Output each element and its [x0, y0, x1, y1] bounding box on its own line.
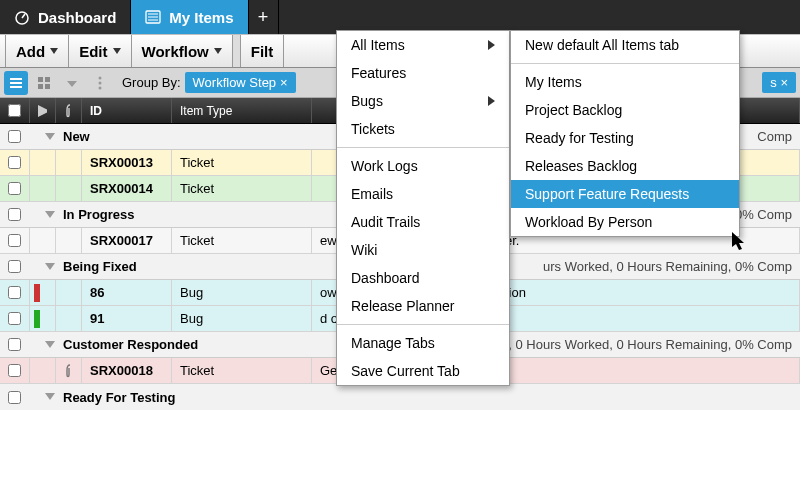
select-all-checkbox[interactable] [8, 104, 21, 117]
menu-item-release[interactable]: Release Planner [337, 292, 509, 320]
menu-item-support-feature-requests[interactable]: Support Feature Requests [511, 180, 739, 208]
svg-marker-24 [45, 341, 55, 348]
menu-item-emails[interactable]: Emails [337, 180, 509, 208]
menu-item-releases-backlog[interactable]: Releases Backlog [511, 152, 739, 180]
flag-column[interactable] [30, 98, 56, 123]
tab-dashboard[interactable]: Dashboard [0, 0, 131, 34]
type-column[interactable]: Item Type [172, 98, 312, 123]
collapse-icon[interactable] [43, 208, 57, 222]
row-checkbox[interactable] [8, 156, 21, 169]
svg-rect-14 [38, 84, 43, 89]
svg-marker-28 [732, 232, 744, 250]
svg-marker-25 [45, 393, 55, 400]
menu-item-manage-tabs[interactable]: Manage Tabs [337, 329, 509, 357]
svg-marker-7 [113, 48, 121, 54]
attachment-column[interactable] [56, 98, 82, 123]
svg-rect-12 [38, 77, 43, 82]
row-checkbox[interactable] [8, 182, 21, 195]
svg-marker-27 [488, 96, 495, 106]
priority-indicator [34, 310, 40, 328]
menu-item-tickets[interactable]: Tickets [337, 115, 509, 143]
row-checkbox[interactable] [8, 286, 21, 299]
column-chip[interactable]: s × [762, 72, 796, 93]
collapse-icon[interactable] [43, 338, 57, 352]
menu-item-dashboard[interactable]: Dashboard [337, 264, 509, 292]
svg-marker-16 [67, 81, 77, 87]
grid-view-button[interactable] [32, 71, 56, 95]
filter-button[interactable]: Filt [241, 35, 285, 67]
add-tab-menu: All Items Features Bugs Tickets Work Log… [336, 30, 510, 386]
cursor-icon [732, 232, 748, 252]
svg-marker-20 [38, 105, 47, 117]
row-checkbox[interactable] [8, 312, 21, 325]
menu-item-audit[interactable]: Audit Trails [337, 208, 509, 236]
svg-point-17 [99, 76, 102, 79]
caret-down-icon [113, 48, 121, 54]
collapse-icon[interactable] [43, 260, 57, 274]
tab-bar: Dashboard My Items + [0, 0, 800, 34]
tab-my-items[interactable]: My Items [131, 0, 248, 34]
row-checkbox[interactable] [8, 234, 21, 247]
svg-marker-21 [45, 133, 55, 140]
options-button[interactable] [88, 71, 112, 95]
edit-button[interactable]: Edit [69, 35, 131, 67]
svg-marker-22 [45, 211, 55, 218]
plus-icon: + [258, 7, 269, 28]
svg-rect-15 [45, 84, 50, 89]
gauge-icon [14, 9, 30, 25]
svg-point-19 [99, 86, 102, 89]
tab-label: My Items [169, 9, 233, 26]
menu-item-workload-by-person[interactable]: Workload By Person [511, 208, 739, 236]
select-all-cell[interactable] [0, 98, 30, 123]
all-items-submenu: New default All Items tab My Items Proje… [510, 30, 740, 237]
menu-item-my-items[interactable]: My Items [511, 68, 739, 96]
tab-label: Dashboard [38, 9, 116, 26]
menu-item-new-default[interactable]: New default All Items tab [511, 31, 739, 59]
menu-item-worklogs[interactable]: Work Logs [337, 152, 509, 180]
group-checkbox[interactable] [8, 338, 21, 351]
group-checkbox[interactable] [8, 130, 21, 143]
menu-item-all-items[interactable]: All Items [337, 31, 509, 59]
groupby-label: Group By: [122, 75, 181, 90]
menu-item-features[interactable]: Features [337, 59, 509, 87]
menu-item-project-backlog[interactable]: Project Backlog [511, 96, 739, 124]
list-icon [145, 9, 161, 25]
menu-item-bugs[interactable]: Bugs [337, 87, 509, 115]
caret-down-icon [50, 48, 58, 54]
group-checkbox[interactable] [8, 391, 21, 404]
sort-down-button[interactable] [60, 71, 84, 95]
chevron-right-icon [488, 40, 495, 50]
close-icon: × [280, 75, 288, 90]
svg-line-1 [22, 14, 25, 18]
menu-item-save-tab[interactable]: Save Current Tab [337, 357, 509, 385]
row-checkbox[interactable] [8, 364, 21, 377]
list-view-button[interactable] [4, 71, 28, 95]
svg-marker-8 [214, 48, 222, 54]
svg-marker-26 [488, 40, 495, 50]
svg-marker-6 [50, 48, 58, 54]
svg-point-18 [99, 81, 102, 84]
caret-down-icon [214, 48, 222, 54]
add-tab-button[interactable]: + [249, 0, 279, 34]
chevron-right-icon [488, 96, 495, 106]
svg-rect-13 [45, 77, 50, 82]
priority-indicator [34, 284, 40, 302]
groupby-chip[interactable]: Workflow Step× [185, 72, 296, 93]
menu-item-ready-testing[interactable]: Ready for Testing [511, 124, 739, 152]
attachment-icon [56, 358, 82, 383]
collapse-icon[interactable] [43, 390, 57, 404]
menu-item-wiki[interactable]: Wiki [337, 236, 509, 264]
group-checkbox[interactable] [8, 260, 21, 273]
svg-marker-23 [45, 263, 55, 270]
add-button[interactable]: Add [6, 35, 69, 67]
group-checkbox[interactable] [8, 208, 21, 221]
workflow-button[interactable]: Workflow [132, 35, 233, 67]
id-column[interactable]: ID [82, 98, 172, 123]
collapse-icon[interactable] [43, 130, 57, 144]
group-header[interactable]: Ready For Testing [0, 384, 800, 410]
